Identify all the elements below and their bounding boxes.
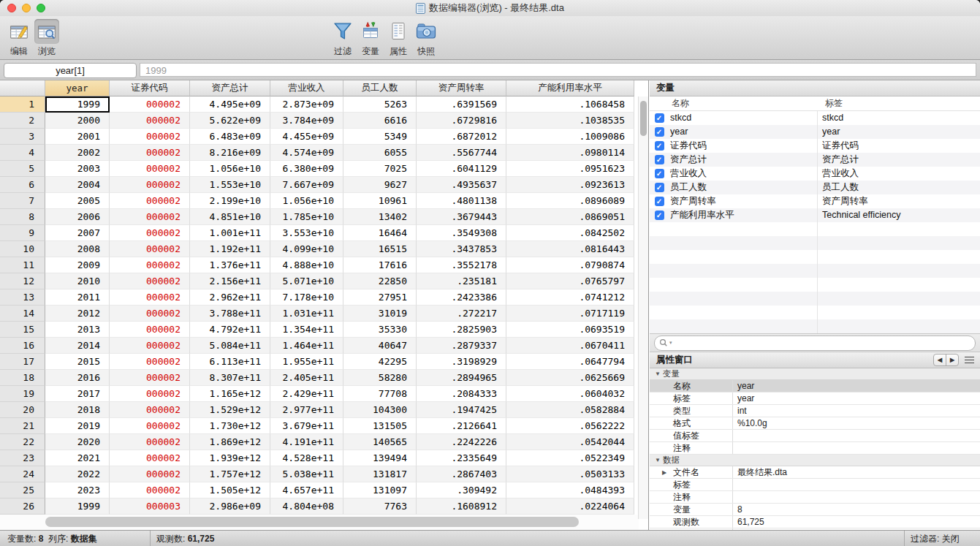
table-cell[interactable]: 40647 bbox=[343, 338, 417, 354]
property-value[interactable]: %10.0g bbox=[733, 417, 980, 429]
table-cell[interactable]: 4.528e+11 bbox=[270, 450, 343, 466]
table-cell[interactable]: 000002 bbox=[110, 289, 190, 306]
table-cell[interactable]: 58280 bbox=[343, 370, 417, 386]
table-cell[interactable]: 1.955e+11 bbox=[270, 354, 343, 370]
table-cell[interactable]: .2335649 bbox=[417, 450, 506, 466]
row-number[interactable]: 15 bbox=[0, 322, 45, 338]
column-header-year[interactable]: year bbox=[45, 80, 110, 96]
row-number[interactable]: 24 bbox=[0, 466, 45, 482]
row-number[interactable]: 6 bbox=[0, 177, 45, 193]
table-cell[interactable]: 000002 bbox=[110, 434, 190, 450]
table-cell[interactable]: 1.001e+11 bbox=[190, 225, 270, 241]
table-cell[interactable]: 2010 bbox=[45, 273, 110, 289]
table-cell[interactable]: 131817 bbox=[343, 466, 417, 482]
column-header-col3[interactable]: 资产总计 bbox=[190, 80, 270, 96]
row-number[interactable]: 3 bbox=[0, 129, 45, 145]
row-number[interactable]: 19 bbox=[0, 386, 45, 402]
column-header-col6[interactable]: 资产周转率 bbox=[417, 80, 506, 96]
table-cell[interactable]: 7.667e+09 bbox=[270, 177, 343, 193]
table-cell[interactable]: 2023 bbox=[45, 482, 110, 498]
table-cell[interactable]: 2002 bbox=[45, 145, 110, 161]
table-cell[interactable]: 2019 bbox=[45, 418, 110, 434]
variables-name-column-header[interactable]: 名称 bbox=[669, 97, 821, 110]
row-number[interactable]: 8 bbox=[0, 209, 45, 225]
table-cell[interactable]: 000002 bbox=[110, 257, 190, 273]
toolbar-button-variables-table[interactable]: 变量 bbox=[357, 19, 384, 58]
table-cell[interactable]: 31019 bbox=[343, 306, 417, 322]
table-cell[interactable]: 1.165e+12 bbox=[190, 386, 270, 402]
table-cell[interactable]: .0647794 bbox=[506, 354, 634, 370]
table-cell[interactable]: .0562222 bbox=[506, 418, 634, 434]
variable-row-证券代码[interactable]: ✓ 证券代码 证券代码 bbox=[650, 139, 980, 153]
table-cell[interactable]: .0816443 bbox=[506, 241, 634, 257]
table-cell[interactable]: 4.099e+10 bbox=[270, 241, 343, 257]
property-value[interactable]: year bbox=[733, 380, 980, 392]
table-cell[interactable]: 2.986e+09 bbox=[190, 498, 270, 515]
row-number[interactable]: 21 bbox=[0, 418, 45, 434]
table-cell[interactable]: 1.056e+10 bbox=[190, 161, 270, 177]
table-cell[interactable]: 1.785e+10 bbox=[270, 209, 343, 225]
table-cell[interactable]: 1.354e+11 bbox=[270, 322, 343, 338]
table-cell[interactable]: 4.495e+09 bbox=[190, 96, 270, 113]
table-cell[interactable]: 000002 bbox=[110, 145, 190, 161]
row-number[interactable]: 1 bbox=[0, 96, 45, 113]
table-cell[interactable]: .6041129 bbox=[417, 161, 506, 177]
row-number[interactable]: 11 bbox=[0, 257, 45, 273]
table-cell[interactable]: 000002 bbox=[110, 306, 190, 322]
table-cell[interactable]: 4.888e+10 bbox=[270, 257, 343, 273]
table-cell[interactable]: 4.574e+09 bbox=[270, 145, 343, 161]
table-cell[interactable]: 2.873e+09 bbox=[270, 96, 343, 113]
search-options-chevron-icon[interactable]: ▾ bbox=[669, 340, 672, 346]
table-cell[interactable]: 7763 bbox=[343, 498, 417, 515]
row-number[interactable]: 25 bbox=[0, 482, 45, 498]
table-cell[interactable]: 6055 bbox=[343, 145, 417, 161]
table-cell[interactable]: .2423386 bbox=[417, 289, 506, 306]
table-cell[interactable]: 1.730e+12 bbox=[190, 418, 270, 434]
table-cell[interactable]: 1.464e+11 bbox=[270, 338, 343, 354]
table-cell[interactable]: 000002 bbox=[110, 113, 190, 129]
variable-checkbox[interactable]: ✓ bbox=[655, 197, 664, 206]
variable-checkbox[interactable]: ✓ bbox=[655, 211, 664, 220]
table-cell[interactable]: 2005 bbox=[45, 193, 110, 209]
table-cell[interactable]: 2021 bbox=[45, 450, 110, 466]
disclosure-triangle-icon[interactable]: ▶ bbox=[662, 467, 666, 479]
table-cell[interactable]: 2001 bbox=[45, 129, 110, 145]
table-cell[interactable]: 2012 bbox=[45, 306, 110, 322]
table-cell[interactable]: 1.757e+12 bbox=[190, 466, 270, 482]
variable-row-营业收入[interactable]: ✓ 营业收入 营业收入 bbox=[650, 167, 980, 181]
table-cell[interactable]: .0869051 bbox=[506, 209, 634, 225]
row-number[interactable]: 20 bbox=[0, 402, 45, 418]
table-cell[interactable]: .235181 bbox=[417, 273, 506, 289]
table-cell[interactable]: 4.191e+11 bbox=[270, 434, 343, 450]
table-cell[interactable]: 139494 bbox=[343, 450, 417, 466]
toolbar-button-table-edit[interactable]: 编辑 bbox=[5, 19, 33, 58]
table-cell[interactable]: .0542044 bbox=[506, 434, 634, 450]
property-value[interactable]: 最终结果.dta bbox=[733, 466, 980, 478]
property-value[interactable] bbox=[733, 442, 980, 454]
table-cell[interactable]: 1999 bbox=[45, 498, 110, 515]
table-cell[interactable]: 1.192e+11 bbox=[190, 241, 270, 257]
table-cell[interactable]: 000002 bbox=[110, 225, 190, 241]
column-header-col4[interactable]: 营业收入 bbox=[270, 80, 343, 96]
row-number[interactable]: 13 bbox=[0, 289, 45, 306]
column-header-col7[interactable]: 产能利用率水平 bbox=[506, 80, 634, 96]
table-cell[interactable]: 000002 bbox=[110, 129, 190, 145]
table-cell[interactable]: 5263 bbox=[343, 96, 417, 113]
horizontal-scrollbar-thumb[interactable] bbox=[45, 517, 579, 527]
table-cell[interactable]: 2018 bbox=[45, 402, 110, 418]
toolbar-button-filter-funnel[interactable]: 过滤 bbox=[329, 19, 357, 58]
variables-label-column-header[interactable]: 标签 bbox=[821, 97, 980, 110]
variable-row-资产总计[interactable]: ✓ 资产总计 资产总计 bbox=[650, 153, 980, 167]
variable-checkbox[interactable]: ✓ bbox=[655, 183, 664, 192]
property-value[interactable]: 61,725 bbox=[733, 516, 980, 528]
row-number[interactable]: 26 bbox=[0, 498, 45, 515]
table-cell[interactable]: 42295 bbox=[343, 354, 417, 370]
table-cell[interactable]: .0951623 bbox=[506, 161, 634, 177]
table-cell[interactable]: 000002 bbox=[110, 354, 190, 370]
vertical-scrollbar[interactable] bbox=[638, 96, 648, 519]
table-cell[interactable]: 5.084e+11 bbox=[190, 338, 270, 354]
table-cell[interactable]: .6729816 bbox=[417, 113, 506, 129]
table-cell[interactable]: 2009 bbox=[45, 257, 110, 273]
table-cell[interactable]: .0741212 bbox=[506, 289, 634, 306]
table-cell[interactable]: .0896089 bbox=[506, 193, 634, 209]
